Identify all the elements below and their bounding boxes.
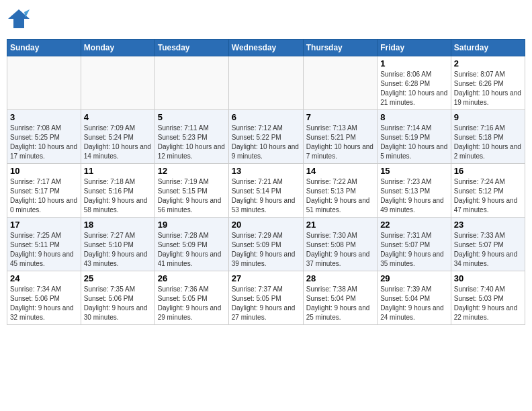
calendar-body: 1Sunrise: 8:06 AM Sunset: 6:28 PM Daylig… [7, 56, 525, 325]
day-info: Sunrise: 7:27 AM Sunset: 5:10 PM Dayligh… [84, 231, 152, 269]
calendar-day-cell: 22Sunrise: 7:31 AM Sunset: 5:07 PM Dayli… [378, 218, 451, 271]
calendar-day-cell: 9Sunrise: 7:16 AM Sunset: 5:18 PM Daylig… [451, 110, 525, 164]
calendar-day-cell: 6Sunrise: 7:12 AM Sunset: 5:22 PM Daylig… [228, 110, 303, 164]
calendar-day-cell: 5Sunrise: 7:11 AM Sunset: 5:23 PM Daylig… [154, 110, 228, 164]
day-info: Sunrise: 7:34 AM Sunset: 5:06 PM Dayligh… [10, 285, 78, 322]
day-info: Sunrise: 7:28 AM Sunset: 5:09 PM Dayligh… [158, 231, 226, 269]
calendar-day-cell: 17Sunrise: 7:25 AM Sunset: 5:11 PM Dayli… [7, 218, 81, 271]
day-info: Sunrise: 7:37 AM Sunset: 5:05 PM Dayligh… [232, 285, 300, 322]
day-info: Sunrise: 7:11 AM Sunset: 5:23 PM Dayligh… [158, 124, 226, 161]
day-info: Sunrise: 7:09 AM Sunset: 5:24 PM Dayligh… [84, 124, 152, 161]
day-number: 11 [84, 166, 152, 176]
weekday-header: Thursday [303, 40, 377, 56]
day-info: Sunrise: 7:33 AM Sunset: 5:07 PM Dayligh… [454, 231, 522, 269]
day-info: Sunrise: 7:17 AM Sunset: 5:17 PM Dayligh… [10, 177, 78, 215]
calendar-week-row: 10Sunrise: 7:17 AM Sunset: 5:17 PM Dayli… [7, 164, 525, 218]
calendar-week-row: 17Sunrise: 7:25 AM Sunset: 5:11 PM Dayli… [7, 218, 525, 271]
calendar-day-cell: 18Sunrise: 7:27 AM Sunset: 5:10 PM Dayli… [81, 218, 154, 271]
day-info: Sunrise: 7:36 AM Sunset: 5:05 PM Dayligh… [158, 285, 226, 322]
calendar-day-cell: 28Sunrise: 7:38 AM Sunset: 5:04 PM Dayli… [303, 271, 377, 325]
calendar-day-cell [7, 56, 81, 110]
calendar-week-row: 24Sunrise: 7:34 AM Sunset: 5:06 PM Dayli… [7, 271, 525, 325]
day-number: 4 [84, 112, 152, 122]
day-info: Sunrise: 7:38 AM Sunset: 5:04 PM Dayligh… [306, 285, 374, 322]
calendar-week-row: 3Sunrise: 7:08 AM Sunset: 5:25 PM Daylig… [7, 110, 525, 164]
day-number: 1 [380, 58, 448, 68]
calendar-day-cell: 25Sunrise: 7:35 AM Sunset: 5:06 PM Dayli… [81, 271, 154, 325]
day-number: 18 [84, 220, 152, 230]
day-info: Sunrise: 7:23 AM Sunset: 5:13 PM Dayligh… [380, 177, 448, 215]
day-number: 10 [10, 166, 78, 176]
calendar-day-cell [154, 56, 228, 110]
day-number: 29 [380, 273, 448, 283]
calendar-day-cell: 2Sunrise: 8:07 AM Sunset: 6:26 PM Daylig… [451, 56, 525, 110]
calendar-day-cell: 26Sunrise: 7:36 AM Sunset: 5:05 PM Dayli… [154, 271, 228, 325]
calendar-day-cell: 11Sunrise: 7:18 AM Sunset: 5:16 PM Dayli… [81, 164, 154, 218]
day-info: Sunrise: 8:06 AM Sunset: 6:28 PM Dayligh… [380, 70, 448, 107]
weekday-header: Saturday [451, 40, 525, 56]
calendar-header: SundayMondayTuesdayWednesdayThursdayFrid… [7, 40, 525, 56]
day-info: Sunrise: 7:16 AM Sunset: 5:18 PM Dayligh… [454, 124, 522, 161]
day-number: 25 [84, 273, 152, 283]
weekday-header: Sunday [7, 40, 81, 56]
day-info: Sunrise: 7:40 AM Sunset: 5:03 PM Dayligh… [454, 285, 522, 322]
calendar-day-cell: 14Sunrise: 7:22 AM Sunset: 5:13 PM Dayli… [303, 164, 377, 218]
calendar-day-cell: 7Sunrise: 7:13 AM Sunset: 5:21 PM Daylig… [303, 110, 377, 164]
calendar-week-row: 1Sunrise: 8:06 AM Sunset: 6:28 PM Daylig… [7, 56, 525, 110]
weekday-header: Friday [378, 40, 451, 56]
day-info: Sunrise: 7:18 AM Sunset: 5:16 PM Dayligh… [84, 177, 152, 215]
day-number: 15 [380, 166, 448, 176]
day-number: 27 [232, 273, 300, 283]
day-number: 6 [232, 112, 300, 122]
calendar-day-cell: 13Sunrise: 7:21 AM Sunset: 5:14 PM Dayli… [228, 164, 303, 218]
logo [7, 7, 34, 35]
calendar-day-cell: 20Sunrise: 7:29 AM Sunset: 5:09 PM Dayli… [228, 218, 303, 271]
day-number: 9 [454, 112, 522, 122]
day-info: Sunrise: 7:35 AM Sunset: 5:06 PM Dayligh… [84, 285, 152, 322]
weekday-header: Wednesday [228, 40, 303, 56]
weekday-header-row: SundayMondayTuesdayWednesdayThursdayFrid… [7, 40, 525, 56]
calendar-day-cell: 3Sunrise: 7:08 AM Sunset: 5:25 PM Daylig… [7, 110, 81, 164]
day-number: 24 [10, 273, 78, 283]
day-number: 19 [158, 220, 226, 230]
day-number: 17 [10, 220, 78, 230]
day-info: Sunrise: 7:25 AM Sunset: 5:11 PM Dayligh… [10, 231, 78, 269]
day-number: 20 [232, 220, 300, 230]
day-number: 23 [454, 220, 522, 230]
calendar-day-cell: 15Sunrise: 7:23 AM Sunset: 5:13 PM Dayli… [378, 164, 451, 218]
day-number: 21 [306, 220, 374, 230]
calendar-table: SundayMondayTuesdayWednesdayThursdayFrid… [7, 39, 525, 325]
calendar-day-cell: 27Sunrise: 7:37 AM Sunset: 5:05 PM Dayli… [228, 271, 303, 325]
calendar-day-cell: 24Sunrise: 7:34 AM Sunset: 5:06 PM Dayli… [7, 271, 81, 325]
calendar-day-cell [303, 56, 377, 110]
page-header [7, 7, 525, 35]
day-info: Sunrise: 7:24 AM Sunset: 5:12 PM Dayligh… [454, 177, 522, 215]
day-info: Sunrise: 7:39 AM Sunset: 5:04 PM Dayligh… [380, 285, 448, 322]
day-number: 30 [454, 273, 522, 283]
day-info: Sunrise: 8:07 AM Sunset: 6:26 PM Dayligh… [454, 70, 522, 107]
calendar-day-cell: 8Sunrise: 7:14 AM Sunset: 5:19 PM Daylig… [378, 110, 451, 164]
day-info: Sunrise: 7:29 AM Sunset: 5:09 PM Dayligh… [232, 231, 300, 269]
calendar-day-cell: 1Sunrise: 8:06 AM Sunset: 6:28 PM Daylig… [378, 56, 451, 110]
day-number: 28 [306, 273, 374, 283]
calendar-day-cell [228, 56, 303, 110]
day-number: 2 [454, 58, 522, 68]
calendar-day-cell: 23Sunrise: 7:33 AM Sunset: 5:07 PM Dayli… [451, 218, 525, 271]
day-info: Sunrise: 7:14 AM Sunset: 5:19 PM Dayligh… [380, 124, 448, 161]
day-number: 16 [454, 166, 522, 176]
day-number: 7 [306, 112, 374, 122]
day-info: Sunrise: 7:22 AM Sunset: 5:13 PM Dayligh… [306, 177, 374, 215]
day-info: Sunrise: 7:12 AM Sunset: 5:22 PM Dayligh… [232, 124, 300, 161]
day-number: 22 [380, 220, 448, 230]
day-info: Sunrise: 7:08 AM Sunset: 5:25 PM Dayligh… [10, 124, 78, 161]
logo-icon [7, 7, 31, 35]
day-number: 5 [158, 112, 226, 122]
weekday-header: Tuesday [154, 40, 228, 56]
calendar-day-cell: 16Sunrise: 7:24 AM Sunset: 5:12 PM Dayli… [451, 164, 525, 218]
day-number: 26 [158, 273, 226, 283]
day-info: Sunrise: 7:21 AM Sunset: 5:14 PM Dayligh… [232, 177, 300, 215]
day-number: 3 [10, 112, 78, 122]
calendar-day-cell: 10Sunrise: 7:17 AM Sunset: 5:17 PM Dayli… [7, 164, 81, 218]
calendar-day-cell: 12Sunrise: 7:19 AM Sunset: 5:15 PM Dayli… [154, 164, 228, 218]
calendar-day-cell: 19Sunrise: 7:28 AM Sunset: 5:09 PM Dayli… [154, 218, 228, 271]
